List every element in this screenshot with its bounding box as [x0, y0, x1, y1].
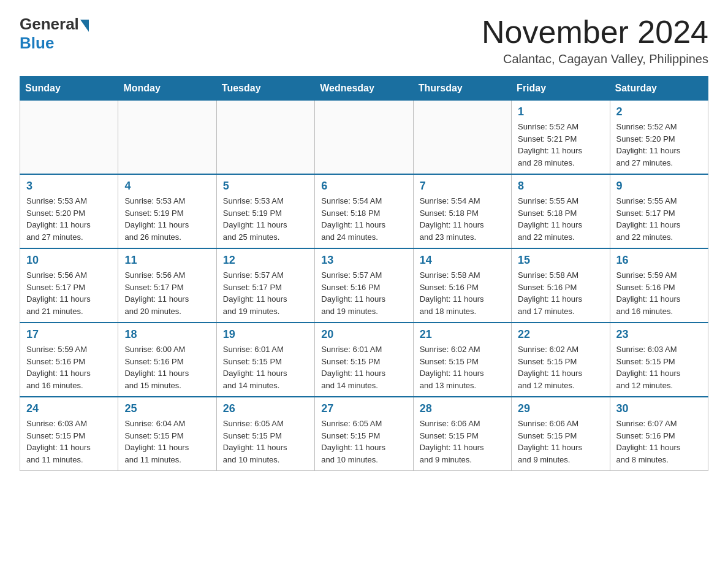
day-number: 8: [518, 180, 603, 193]
day-info: Sunrise: 5:59 AM Sunset: 5:16 PM Dayligh…: [616, 269, 702, 317]
calendar-day-cell: 3Sunrise: 5:53 AM Sunset: 5:20 PM Daylig…: [20, 174, 118, 248]
day-info: Sunrise: 6:02 AM Sunset: 5:15 PM Dayligh…: [518, 343, 603, 391]
day-info: Sunrise: 5:52 AM Sunset: 5:21 PM Dayligh…: [518, 121, 603, 169]
calendar-day-cell: 10Sunrise: 5:56 AM Sunset: 5:17 PM Dayli…: [20, 248, 118, 323]
day-info: Sunrise: 6:07 AM Sunset: 5:16 PM Dayligh…: [616, 418, 702, 465]
day-info: Sunrise: 6:06 AM Sunset: 5:15 PM Dayligh…: [420, 418, 505, 465]
day-number: 4: [124, 180, 210, 193]
calendar-day-cell: [118, 101, 216, 175]
day-info: Sunrise: 5:56 AM Sunset: 5:17 PM Dayligh…: [26, 269, 112, 317]
calendar-day-cell: 18Sunrise: 6:00 AM Sunset: 5:16 PM Dayli…: [118, 323, 216, 397]
day-number: 25: [124, 402, 210, 415]
day-number: 6: [321, 180, 406, 193]
calendar-day-cell: 1Sunrise: 5:52 AM Sunset: 5:21 PM Daylig…: [512, 101, 610, 175]
day-info: Sunrise: 6:01 AM Sunset: 5:15 PM Dayligh…: [321, 343, 406, 391]
day-header-sunday: Sunday: [20, 77, 118, 101]
calendar-day-cell: 6Sunrise: 5:54 AM Sunset: 5:18 PM Daylig…: [315, 174, 413, 248]
day-number: 21: [420, 328, 505, 341]
calendar-day-cell: 17Sunrise: 5:59 AM Sunset: 5:16 PM Dayli…: [20, 323, 118, 397]
day-info: Sunrise: 6:01 AM Sunset: 5:15 PM Dayligh…: [223, 343, 308, 391]
calendar-day-cell: 25Sunrise: 6:04 AM Sunset: 5:15 PM Dayli…: [118, 397, 216, 471]
day-number: 23: [616, 328, 702, 341]
calendar-day-cell: 21Sunrise: 6:02 AM Sunset: 5:15 PM Dayli…: [413, 323, 511, 397]
logo-blue-text: Blue: [20, 34, 54, 53]
day-number: 12: [223, 254, 308, 267]
day-number: 24: [26, 402, 112, 415]
day-info: Sunrise: 5:57 AM Sunset: 5:16 PM Dayligh…: [321, 269, 406, 317]
day-info: Sunrise: 5:56 AM Sunset: 5:17 PM Dayligh…: [124, 269, 210, 317]
day-info: Sunrise: 6:00 AM Sunset: 5:16 PM Dayligh…: [124, 343, 210, 391]
calendar-header-row: SundayMondayTuesdayWednesdayThursdayFrid…: [20, 77, 708, 101]
day-info: Sunrise: 5:54 AM Sunset: 5:18 PM Dayligh…: [420, 195, 505, 243]
calendar-day-cell: 26Sunrise: 6:05 AM Sunset: 5:15 PM Dayli…: [216, 397, 314, 471]
page-header: General Blue November 2024 Calantac, Cag…: [20, 15, 708, 66]
calendar-day-cell: 7Sunrise: 5:54 AM Sunset: 5:18 PM Daylig…: [413, 174, 511, 248]
day-number: 28: [420, 402, 505, 415]
calendar-day-cell: 4Sunrise: 5:53 AM Sunset: 5:19 PM Daylig…: [118, 174, 216, 248]
day-header-friday: Friday: [512, 77, 610, 101]
calendar-day-cell: 13Sunrise: 5:57 AM Sunset: 5:16 PM Dayli…: [315, 248, 413, 323]
calendar-day-cell: 30Sunrise: 6:07 AM Sunset: 5:16 PM Dayli…: [610, 397, 708, 471]
day-info: Sunrise: 5:59 AM Sunset: 5:16 PM Dayligh…: [26, 343, 112, 391]
day-number: 9: [616, 180, 702, 193]
day-number: 14: [420, 254, 505, 267]
calendar-day-cell: 8Sunrise: 5:55 AM Sunset: 5:18 PM Daylig…: [512, 174, 610, 248]
calendar-day-cell: 12Sunrise: 5:57 AM Sunset: 5:17 PM Dayli…: [216, 248, 314, 323]
day-number: 1: [518, 105, 603, 118]
day-info: Sunrise: 5:55 AM Sunset: 5:17 PM Dayligh…: [616, 195, 702, 243]
location-title: Calantac, Cagayan Valley, Philippines: [482, 52, 708, 66]
calendar-day-cell: 9Sunrise: 5:55 AM Sunset: 5:17 PM Daylig…: [610, 174, 708, 248]
calendar-day-cell: [216, 101, 314, 175]
calendar-day-cell: 14Sunrise: 5:58 AM Sunset: 5:16 PM Dayli…: [413, 248, 511, 323]
day-info: Sunrise: 6:03 AM Sunset: 5:15 PM Dayligh…: [26, 418, 112, 465]
day-info: Sunrise: 5:58 AM Sunset: 5:16 PM Dayligh…: [518, 269, 603, 317]
day-info: Sunrise: 6:02 AM Sunset: 5:15 PM Dayligh…: [420, 343, 505, 391]
calendar-week-row: 10Sunrise: 5:56 AM Sunset: 5:17 PM Dayli…: [20, 248, 708, 323]
logo: General Blue: [20, 15, 89, 53]
day-number: 5: [223, 180, 308, 193]
day-info: Sunrise: 6:05 AM Sunset: 5:15 PM Dayligh…: [223, 418, 308, 465]
calendar-day-cell: [413, 101, 511, 175]
calendar-day-cell: 15Sunrise: 5:58 AM Sunset: 5:16 PM Dayli…: [512, 248, 610, 323]
month-title: November 2024: [482, 15, 708, 50]
day-number: 27: [321, 402, 406, 415]
calendar-day-cell: 2Sunrise: 5:52 AM Sunset: 5:20 PM Daylig…: [610, 101, 708, 175]
day-number: 18: [124, 328, 210, 341]
calendar-day-cell: 29Sunrise: 6:06 AM Sunset: 5:15 PM Dayli…: [512, 397, 610, 471]
calendar-table: SundayMondayTuesdayWednesdayThursdayFrid…: [20, 76, 708, 471]
day-number: 15: [518, 254, 603, 267]
day-info: Sunrise: 5:57 AM Sunset: 5:17 PM Dayligh…: [223, 269, 308, 317]
calendar-day-cell: 20Sunrise: 6:01 AM Sunset: 5:15 PM Dayli…: [315, 323, 413, 397]
calendar-week-row: 3Sunrise: 5:53 AM Sunset: 5:20 PM Daylig…: [20, 174, 708, 248]
calendar-day-cell: 16Sunrise: 5:59 AM Sunset: 5:16 PM Dayli…: [610, 248, 708, 323]
day-number: 7: [420, 180, 505, 193]
day-number: 11: [124, 254, 210, 267]
calendar-day-cell: 28Sunrise: 6:06 AM Sunset: 5:15 PM Dayli…: [413, 397, 511, 471]
calendar-day-cell: 19Sunrise: 6:01 AM Sunset: 5:15 PM Dayli…: [216, 323, 314, 397]
logo-triangle-icon: [80, 20, 89, 32]
calendar-day-cell: 5Sunrise: 5:53 AM Sunset: 5:19 PM Daylig…: [216, 174, 314, 248]
title-area: November 2024 Calantac, Cagayan Valley, …: [482, 15, 708, 66]
day-info: Sunrise: 5:52 AM Sunset: 5:20 PM Dayligh…: [616, 121, 702, 169]
calendar-week-row: 24Sunrise: 6:03 AM Sunset: 5:15 PM Dayli…: [20, 397, 708, 471]
calendar-day-cell: 22Sunrise: 6:02 AM Sunset: 5:15 PM Dayli…: [512, 323, 610, 397]
day-number: 10: [26, 254, 112, 267]
day-number: 22: [518, 328, 603, 341]
logo-general-text: General: [20, 15, 79, 34]
day-info: Sunrise: 6:04 AM Sunset: 5:15 PM Dayligh…: [124, 418, 210, 465]
calendar-day-cell: 24Sunrise: 6:03 AM Sunset: 5:15 PM Dayli…: [20, 397, 118, 471]
day-info: Sunrise: 5:53 AM Sunset: 5:19 PM Dayligh…: [223, 195, 308, 243]
calendar-day-cell: [315, 101, 413, 175]
day-number: 17: [26, 328, 112, 341]
day-info: Sunrise: 6:06 AM Sunset: 5:15 PM Dayligh…: [518, 418, 603, 465]
day-info: Sunrise: 5:58 AM Sunset: 5:16 PM Dayligh…: [420, 269, 505, 317]
day-number: 20: [321, 328, 406, 341]
calendar-day-cell: 23Sunrise: 6:03 AM Sunset: 5:15 PM Dayli…: [610, 323, 708, 397]
day-header-saturday: Saturday: [610, 77, 708, 101]
day-header-thursday: Thursday: [413, 77, 511, 101]
calendar-week-row: 17Sunrise: 5:59 AM Sunset: 5:16 PM Dayli…: [20, 323, 708, 397]
calendar-day-cell: 11Sunrise: 5:56 AM Sunset: 5:17 PM Dayli…: [118, 248, 216, 323]
day-info: Sunrise: 5:55 AM Sunset: 5:18 PM Dayligh…: [518, 195, 603, 243]
day-number: 19: [223, 328, 308, 341]
day-number: 3: [26, 180, 112, 193]
